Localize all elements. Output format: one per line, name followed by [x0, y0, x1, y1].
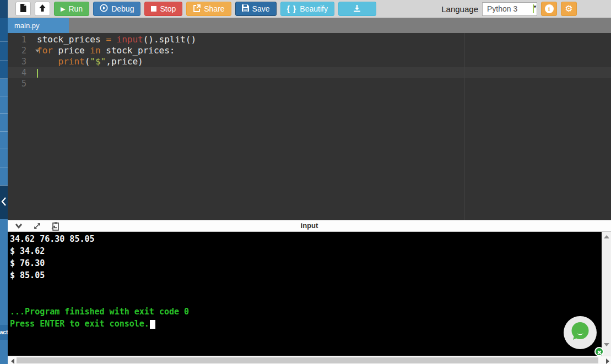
horizontal-scrollbar[interactable] [8, 356, 611, 364]
code-token: print [58, 56, 85, 67]
language-select-value: Python 3 [487, 4, 517, 13]
debug-button[interactable]: Debug [93, 2, 140, 16]
code-line: stock_prices = input().split() [37, 34, 196, 45]
editor-content: stock_prices = input().split()for price … [37, 34, 196, 89]
code-token [111, 34, 117, 45]
code-token: ( [85, 56, 90, 67]
print-margin-ruler [464, 33, 465, 220]
download-icon [353, 4, 361, 14]
chevron-left-icon [1, 197, 7, 209]
upload-arrow-icon [39, 4, 46, 14]
code-line [37, 67, 196, 78]
scroll-right-arrow-icon[interactable] [606, 358, 609, 364]
code-line: for price in stock_prices: [37, 45, 196, 56]
save-button[interactable]: Save [235, 2, 277, 16]
share-button[interactable]: Share [186, 2, 231, 16]
code-token: = [106, 34, 111, 45]
code-token: stock_prices: [101, 45, 175, 56]
close-icon [597, 347, 602, 357]
tab-bar: main.py [8, 18, 611, 33]
sidebar-segment[interactable] [0, 114, 8, 132]
share-icon [193, 4, 201, 14]
left-sidebar: act [0, 0, 8, 364]
toolbar: ▶ Run Debug Stop Share Save { } Beautify… [8, 0, 611, 18]
floppy-icon [242, 4, 249, 13]
line-number: 2 [8, 45, 33, 56]
console-vertical-scrollbar[interactable] [602, 232, 611, 356]
console-line: 34.62 76.30 85.05 [10, 233, 602, 245]
code-editor[interactable]: 12345 stock_prices = input().split()for … [8, 33, 611, 220]
sidebar-segment[interactable] [0, 61, 8, 79]
settings-button[interactable]: ⚙ [561, 2, 577, 16]
close-badge-button[interactable] [594, 347, 604, 356]
code-token: stock_prices [37, 34, 106, 45]
code-token: price [53, 45, 90, 56]
stop-button[interactable]: Stop [144, 2, 182, 16]
line-number: 3 [8, 56, 33, 67]
console-line [10, 281, 602, 294]
code-token: in [90, 45, 100, 56]
editor-gutter: 12345 [8, 34, 33, 89]
new-file-icon [20, 4, 26, 14]
sidebar-segment[interactable] [0, 149, 8, 167]
stop-button-label: Stop [160, 4, 176, 13]
chat-bubble-icon [570, 321, 591, 344]
sidebar-segment[interactable] [0, 167, 8, 186]
contact-tab-label: act [0, 329, 8, 335]
chevron-down-icon: ▼ [533, 4, 534, 13]
text-cursor [37, 69, 38, 78]
console-title: input [8, 220, 611, 231]
gear-icon: ⚙ [565, 4, 572, 13]
sidebar-segment[interactable] [0, 132, 8, 149]
console-line: $ 76.30 [10, 257, 602, 269]
console-expand-button[interactable] [33, 222, 42, 230]
scroll-up-arrow-icon[interactable] [604, 235, 609, 238]
share-button-label: Share [204, 4, 224, 13]
run-button-label: Run [68, 4, 83, 13]
line-number: 4 [8, 67, 33, 78]
beautify-button-label: Beautify [300, 4, 328, 13]
new-file-button[interactable] [15, 2, 31, 16]
code-token: ().split() [143, 34, 196, 45]
line-number: 5 [8, 78, 33, 89]
console-collapse-button[interactable] [15, 222, 24, 230]
beautify-button[interactable]: { } Beautify [280, 2, 334, 16]
console-cursor [150, 320, 155, 329]
code-line: print("$",price) [37, 56, 196, 67]
code-token [37, 56, 58, 67]
save-button-label: Save [252, 4, 270, 13]
code-token: for [37, 45, 53, 56]
tab-main-py[interactable]: main.py [8, 18, 69, 33]
console-line [10, 294, 602, 306]
sidebar-segment [0, 0, 8, 18]
console-line: Press ENTER to exit console. [10, 318, 602, 330]
console-clipboard-button[interactable] [51, 222, 60, 230]
info-icon: i [545, 4, 554, 13]
info-button[interactable]: i [541, 2, 557, 16]
open-upload-button[interactable] [35, 2, 50, 16]
code-token: ,price) [106, 56, 143, 67]
console-line: $ 85.05 [10, 269, 602, 281]
console-output[interactable]: 34.62 76.30 85.05$ 34.62$ 76.30$ 85.05..… [8, 232, 602, 356]
horizontal-scrollbar-thumb[interactable] [17, 357, 598, 363]
console-header: input [8, 220, 611, 232]
contact-tab[interactable]: act [0, 325, 8, 340]
sidebar-segment[interactable] [0, 18, 8, 42]
code-token: "$" [90, 56, 106, 67]
sidebar-collapse-button[interactable] [0, 186, 8, 219]
sidebar-segment[interactable] [0, 42, 8, 61]
sidebar-segment[interactable] [0, 79, 8, 96]
console-line: $ 34.62 [10, 245, 602, 257]
circled-play-icon [100, 4, 108, 14]
language-select[interactable]: Python 3 ▼ [482, 2, 537, 16]
scroll-left-arrow-icon[interactable] [11, 358, 14, 364]
sidebar-segment[interactable] [0, 96, 8, 114]
code-token: input [117, 34, 143, 45]
chat-widget-button[interactable] [564, 316, 597, 349]
stop-square-icon [151, 6, 156, 12]
run-button[interactable]: ▶ Run [54, 2, 89, 16]
scroll-down-arrow-icon[interactable] [604, 343, 609, 346]
language-label: Language [441, 4, 478, 14]
console-line: ...Program finished with exit code 0 [10, 306, 602, 318]
download-button[interactable] [338, 2, 376, 16]
